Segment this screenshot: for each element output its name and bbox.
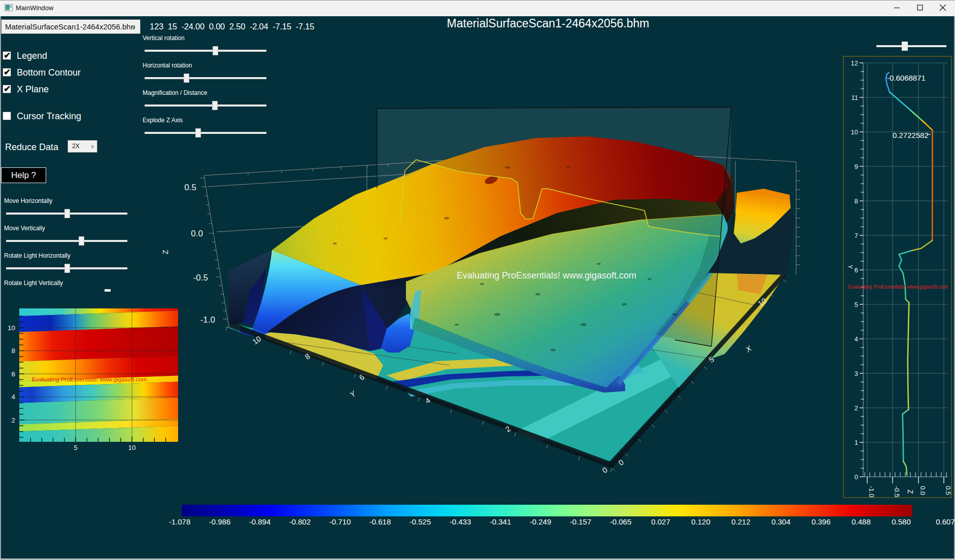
svg-text:-0.618: -0.618 xyxy=(369,517,391,526)
svg-text:-0.065: -0.065 xyxy=(610,517,632,526)
svg-text:Evaluating ProEssentials! www.: Evaluating ProEssentials! www.gigasoft.c… xyxy=(457,270,636,281)
svg-text:5: 5 xyxy=(855,301,858,308)
svg-text:8: 8 xyxy=(855,197,858,205)
svg-text:6: 6 xyxy=(855,266,858,274)
svg-text:0.5: 0.5 xyxy=(184,183,196,192)
svg-text:3: 3 xyxy=(855,370,858,377)
svg-text:0.5: 0.5 xyxy=(944,486,952,495)
svg-text:0.0: 0.0 xyxy=(191,229,203,238)
svg-text:-0.986: -0.986 xyxy=(209,517,231,526)
svg-text:-0.802: -0.802 xyxy=(289,517,311,526)
svg-text:0.027: 0.027 xyxy=(651,517,670,526)
svg-text:0.580: 0.580 xyxy=(892,517,911,526)
svg-text:-0.6068871: -0.6068871 xyxy=(887,74,926,82)
svg-text:Y: Y xyxy=(846,265,854,269)
svg-text:9: 9 xyxy=(855,163,858,170)
svg-text:Z: Z xyxy=(161,250,169,254)
svg-text:0.304: 0.304 xyxy=(771,517,791,526)
svg-text:-0.710: -0.710 xyxy=(329,517,351,526)
svg-text:-1.078: -1.078 xyxy=(169,517,191,526)
svg-text:-0.525: -0.525 xyxy=(410,517,431,526)
svg-text:0.396: 0.396 xyxy=(811,517,831,526)
svg-text:-0.894: -0.894 xyxy=(249,517,271,526)
svg-text:-0.5: -0.5 xyxy=(893,486,901,497)
svg-text:Evaluating ProEssentials! www.: Evaluating ProEssentials! www.gigasoft.c… xyxy=(848,284,948,290)
svg-text:12: 12 xyxy=(851,59,858,67)
svg-text:-0.157: -0.157 xyxy=(570,517,592,526)
svg-text:0.120: 0.120 xyxy=(691,517,710,526)
svg-text:-0.433: -0.433 xyxy=(450,517,471,526)
svg-text:Z: Z xyxy=(906,489,914,494)
svg-text:2: 2 xyxy=(855,404,858,412)
svg-text:0.607: 0.607 xyxy=(936,517,955,526)
svg-text:11: 11 xyxy=(851,94,859,101)
svg-text:0: 0 xyxy=(617,458,626,467)
svg-text:1: 1 xyxy=(855,439,858,446)
svg-text:0.488: 0.488 xyxy=(851,517,871,526)
svg-text:-0.249: -0.249 xyxy=(530,517,552,526)
svg-text:0.0: 0.0 xyxy=(919,486,927,495)
svg-text:Y: Y xyxy=(348,389,358,399)
svg-text:0.212: 0.212 xyxy=(731,517,751,526)
svg-text:0: 0 xyxy=(601,465,609,475)
svg-text:-1.0: -1.0 xyxy=(200,315,215,325)
svg-text:-0.341: -0.341 xyxy=(490,517,511,526)
svg-text:X: X xyxy=(743,343,754,354)
svg-text:0.2722582: 0.2722582 xyxy=(893,131,929,139)
svg-text:7: 7 xyxy=(855,232,858,239)
svg-text:-0.5: -0.5 xyxy=(193,273,208,283)
svg-text:-1.0: -1.0 xyxy=(868,486,875,497)
svg-text:10: 10 xyxy=(851,128,858,136)
svg-text:0: 0 xyxy=(855,473,858,481)
svg-text:4: 4 xyxy=(855,335,858,343)
